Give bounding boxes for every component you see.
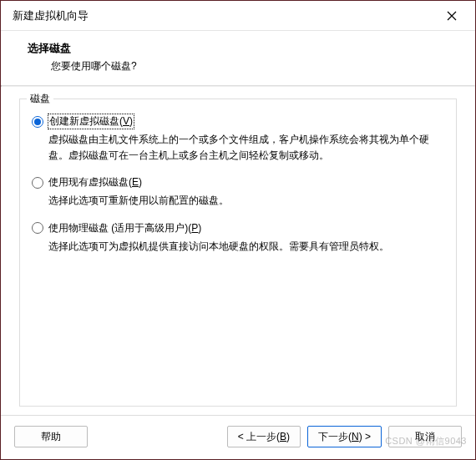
radio-use-existing-disk[interactable]	[32, 177, 43, 189]
option-create-new-disk: 创建新虚拟磁盘(V) 虚拟磁盘由主机文件系统上的一个或多个文件组成，客户机操作系…	[32, 114, 444, 164]
close-icon	[447, 11, 457, 21]
page-title: 选择磁盘	[19, 41, 457, 56]
page-subtitle: 您要使用哪个磁盘?	[19, 59, 457, 73]
back-button[interactable]: < 上一步(B)	[227, 426, 301, 447]
help-button[interactable]: 帮助	[14, 426, 88, 447]
desc-use-physical-disk: 选择此选项可为虚拟机提供直接访问本地硬盘的权限。需要具有管理员特权。	[32, 239, 444, 255]
radio-create-new-disk[interactable]	[32, 116, 43, 128]
titlebar: 新建虚拟机向导	[1, 1, 475, 31]
label-create-new-disk[interactable]: 创建新虚拟磁盘(V)	[48, 114, 134, 129]
label-use-existing-disk[interactable]: 使用现有虚拟磁盘(E)	[48, 175, 142, 190]
wizard-window: 新建虚拟机向导 选择磁盘 您要使用哪个磁盘? 磁盘 创建新虚拟磁盘(V) 虚拟磁…	[0, 0, 476, 460]
label-use-physical-disk[interactable]: 使用物理磁盘 (适用于高级用户)(P)	[48, 221, 201, 235]
option-use-physical-disk: 使用物理磁盘 (适用于高级用户)(P) 选择此选项可为虚拟机提供直接访问本地硬盘…	[32, 221, 444, 255]
next-button[interactable]: 下一步(N) >	[307, 426, 382, 447]
groupbox-label: 磁盘	[27, 92, 53, 106]
cancel-button[interactable]: 取消	[388, 426, 462, 447]
content-area: 磁盘 创建新虚拟磁盘(V) 虚拟磁盘由主机文件系统上的一个或多个文件组成，客户机…	[1, 87, 475, 415]
window-title: 新建虚拟机向导	[13, 8, 435, 23]
disk-groupbox: 磁盘 创建新虚拟磁盘(V) 虚拟磁盘由主机文件系统上的一个或多个文件组成，客户机…	[19, 99, 457, 407]
wizard-footer: 帮助 < 上一步(B) 下一步(N) > 取消	[1, 415, 475, 459]
radio-use-physical-disk[interactable]	[32, 222, 43, 234]
close-button[interactable]	[435, 3, 468, 28]
wizard-header: 选择磁盘 您要使用哪个磁盘?	[1, 31, 475, 85]
desc-create-new-disk: 虚拟磁盘由主机文件系统上的一个或多个文件组成，客户机操作系统会将其视为单个硬盘。…	[32, 132, 444, 164]
desc-use-existing-disk: 选择此选项可重新使用以前配置的磁盘。	[32, 193, 444, 209]
option-use-existing-disk: 使用现有虚拟磁盘(E) 选择此选项可重新使用以前配置的磁盘。	[32, 175, 444, 209]
